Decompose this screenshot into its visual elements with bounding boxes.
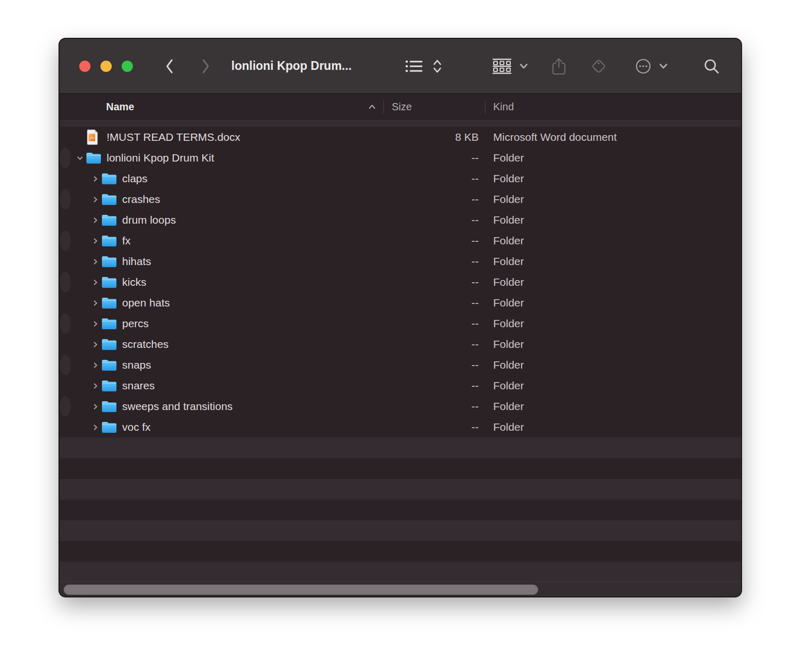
disclosure-chevron[interactable] xyxy=(89,189,101,210)
disclosure-chevron[interactable] xyxy=(89,168,101,189)
disclosure-chevron[interactable] xyxy=(89,355,101,375)
file-size: -- xyxy=(383,251,479,272)
file-kind: Folder xyxy=(493,293,524,313)
file-kind: Folder xyxy=(493,148,524,168)
file-size: -- xyxy=(383,230,479,251)
file-name: fx xyxy=(122,235,130,247)
disclosure-chevron[interactable] xyxy=(89,417,101,437)
disclosure-chevron[interactable] xyxy=(89,375,101,396)
column-header-kind[interactable]: Kind xyxy=(493,94,514,119)
table-row[interactable]: sweeps and transitions -- Folder xyxy=(60,396,71,417)
file-kind: Folder xyxy=(493,355,524,375)
disclosure-chevron[interactable] xyxy=(89,313,101,334)
column-header-size[interactable]: Size xyxy=(392,94,412,119)
tag-icon[interactable] xyxy=(589,39,608,93)
forward-button[interactable] xyxy=(199,57,213,75)
name-cell: sweeps and transitions xyxy=(60,396,89,417)
table-row[interactable]: drum loops -- Folder xyxy=(60,210,741,230)
name-cell: snaps xyxy=(60,355,89,375)
disclosure-chevron[interactable] xyxy=(89,334,101,355)
group-by-chevron-icon[interactable] xyxy=(517,39,530,93)
file-kind: Folder xyxy=(493,313,524,334)
column-divider[interactable] xyxy=(485,100,485,113)
sort-ascending-icon[interactable] xyxy=(368,94,376,119)
titlebar: lonlioni Kpop Drum... xyxy=(60,39,741,94)
table-row[interactable]: crashes -- Folder xyxy=(60,189,71,210)
close-button[interactable] xyxy=(79,61,91,72)
table-row[interactable]: kicks -- Folder xyxy=(60,272,71,293)
table-row[interactable]: voc fx -- Folder xyxy=(60,417,741,437)
file-name: open hats xyxy=(122,297,170,309)
file-size: -- xyxy=(383,313,479,334)
horizontal-scrollbar-thumb[interactable] xyxy=(64,585,538,595)
disclosure-chevron[interactable] xyxy=(89,293,101,313)
file-kind: Folder xyxy=(493,189,524,210)
minimize-button[interactable] xyxy=(100,61,112,72)
file-kind: Microsoft Word document xyxy=(493,127,617,148)
name-cell: crashes xyxy=(60,189,89,210)
word-document-icon xyxy=(86,129,102,145)
folder-icon xyxy=(101,214,118,226)
disclosure-chevron[interactable] xyxy=(89,251,101,272)
table-row[interactable]: !MUST READ TERMS.docx 8 KB Microsoft Wor… xyxy=(60,127,741,148)
disclosure-chevron[interactable] xyxy=(89,230,101,251)
folder-icon xyxy=(86,152,102,164)
folder-icon xyxy=(101,359,118,371)
table-row[interactable]: claps -- Folder xyxy=(60,168,741,189)
file-kind: Folder xyxy=(493,417,524,437)
file-name: scratches xyxy=(122,338,169,350)
list-view-icon[interactable] xyxy=(405,39,423,93)
zoom-button[interactable] xyxy=(122,61,133,72)
back-button[interactable] xyxy=(162,57,176,75)
file-size: -- xyxy=(383,272,479,293)
file-name: snaps xyxy=(122,359,151,371)
file-name: hihats xyxy=(122,255,151,268)
table-row[interactable]: percs -- Folder xyxy=(60,313,71,334)
file-name: percs xyxy=(122,317,149,330)
folder-icon xyxy=(101,401,118,413)
group-by-icon[interactable] xyxy=(492,39,512,93)
file-name: kicks xyxy=(122,276,146,288)
disclosure-chevron[interactable] xyxy=(89,210,101,230)
table-row[interactable]: open hats -- Folder xyxy=(60,293,741,313)
list-top-strip xyxy=(60,120,741,127)
column-header-row: Name Size Kind xyxy=(60,94,741,120)
folder-icon xyxy=(101,173,118,185)
file-size: -- xyxy=(383,168,479,189)
search-icon[interactable] xyxy=(703,39,720,93)
file-size: 8 KB xyxy=(383,127,479,148)
table-row[interactable]: fx -- Folder xyxy=(60,230,71,251)
column-header-name[interactable]: Name xyxy=(106,94,134,119)
column-divider[interactable] xyxy=(383,100,384,113)
horizontal-scrollbar[interactable] xyxy=(60,581,741,596)
file-size: -- xyxy=(383,189,479,210)
file-name: !MUST READ TERMS.docx xyxy=(107,131,240,143)
disclosure-chevron[interactable] xyxy=(73,148,86,168)
folder-icon xyxy=(101,256,118,268)
file-name: claps xyxy=(122,172,147,185)
share-icon[interactable] xyxy=(550,39,568,93)
disclosure-chevron[interactable] xyxy=(89,272,101,293)
file-size: -- xyxy=(383,417,479,437)
file-size: -- xyxy=(383,210,479,230)
file-kind: Folder xyxy=(493,230,524,251)
name-cell: lonlioni Kpop Drum Kit xyxy=(60,148,73,168)
file-list: !MUST READ TERMS.docx 8 KB Microsoft Wor… xyxy=(60,127,741,437)
folder-icon xyxy=(101,297,118,309)
more-actions-chevron-icon[interactable] xyxy=(657,39,670,93)
file-size: -- xyxy=(383,375,479,396)
table-row[interactable]: snaps -- Folder xyxy=(60,355,71,375)
table-row[interactable]: lonlioni Kpop Drum Kit -- Folder xyxy=(60,148,71,168)
table-row[interactable]: hihats -- Folder xyxy=(60,251,741,272)
file-name: crashes xyxy=(122,193,160,206)
view-picker-chevrons-icon[interactable] xyxy=(431,39,443,93)
table-row[interactable]: scratches -- Folder xyxy=(60,334,741,355)
table-row[interactable]: snares -- Folder xyxy=(60,375,741,396)
more-actions-icon[interactable] xyxy=(633,39,653,93)
name-cell: percs xyxy=(60,313,89,334)
file-size: -- xyxy=(383,334,479,355)
file-kind: Folder xyxy=(493,168,524,189)
window-title: lonlioni Kpop Drum... xyxy=(231,39,352,93)
disclosure-chevron[interactable] xyxy=(89,396,101,417)
empty-list-stripes xyxy=(60,437,741,581)
